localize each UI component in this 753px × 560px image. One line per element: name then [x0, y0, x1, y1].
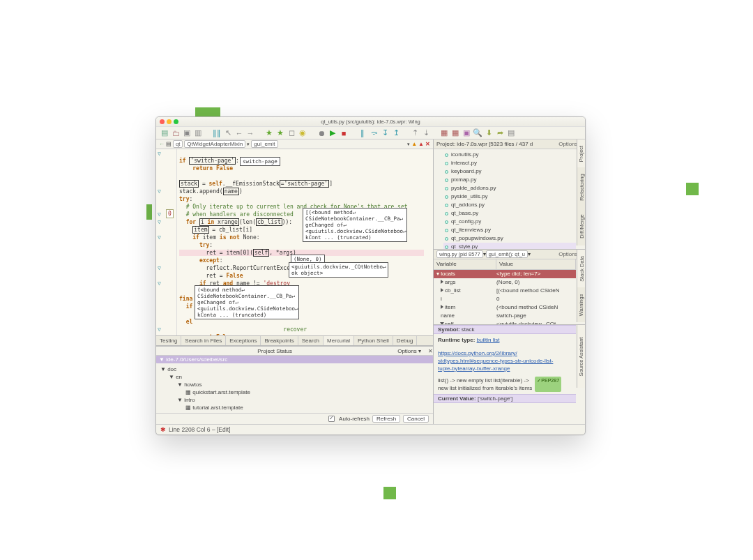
vtab-diffmerge[interactable]: Diff/Merge	[577, 206, 586, 245]
hover-box-cblist: [(<bound method↵CSideNotebookContainer._…	[303, 208, 407, 242]
framedn-icon[interactable]: ⇣	[422, 129, 430, 137]
back-icon[interactable]: ←	[235, 129, 243, 137]
minimize-icon[interactable]	[167, 119, 172, 124]
close-editor-icon[interactable]: ✕	[425, 141, 430, 147]
run-icon[interactable]: ▶	[328, 129, 337, 137]
bars-icon[interactable]: ‖‖	[213, 129, 221, 137]
back-arrow-icon[interactable]: ←	[159, 141, 165, 147]
project-file-tree[interactable]: iconutils.py interact.py keyboard.py pix…	[434, 149, 576, 249]
crumb-file[interactable]: qt	[173, 140, 183, 148]
proj-status-title: Project Status	[156, 348, 393, 354]
refresh-button[interactable]: Refresh	[372, 415, 400, 423]
project-root-row[interactable]: ▼ ide-7.0/Users/sdeibel/src	[156, 356, 433, 363]
vtab-warnings[interactable]: Warnings	[577, 287, 586, 322]
zero-marker: 0	[166, 209, 174, 218]
err-icon[interactable]: ▲	[418, 141, 424, 147]
tab-breakpoints[interactable]: Breakpoints	[261, 336, 298, 345]
bug-icon[interactable]: ✱	[160, 426, 166, 433]
code-editor[interactable]: ▽ ▽ ▽ 0 ▽ ▽ ▽ ▽ ▽ if 'switch-page': retu…	[156, 149, 433, 335]
tab-exceptions[interactable]: Exceptions	[226, 336, 261, 345]
tab-testing[interactable]: Testing	[156, 336, 181, 345]
sa-runtime-type-link[interactable]: builtin list	[477, 337, 500, 343]
crumb-class[interactable]: QtWidgetAdapterMixin	[184, 140, 245, 148]
grid1-icon[interactable]: ▦	[440, 129, 448, 137]
pointer-icon[interactable]: ↖	[224, 129, 232, 137]
filter-icon[interactable]: ▤	[507, 129, 515, 137]
tab-search[interactable]: Search	[298, 336, 324, 345]
saveall-icon[interactable]: ▥	[194, 129, 202, 137]
search-icon[interactable]: 🔍	[473, 129, 482, 137]
auto-refresh-checkbox[interactable]	[328, 416, 335, 422]
vtab-refactoring[interactable]: Refactoring	[577, 167, 586, 206]
project-footer: Auto-refresh Refresh Cancel	[156, 413, 433, 424]
grid2-icon[interactable]: ▦	[451, 129, 459, 137]
vtab-sourceassistant[interactable]: Source Assistant	[577, 325, 586, 388]
window-title: qt_utils.py (src/guiutils): ide-7.0s.wpr…	[321, 119, 420, 125]
stack-variables[interactable]: VariableValue ▾ locals<type dict; len=7>…	[434, 259, 576, 324]
bottom-tabs: Testing Search in Files Exceptions Break…	[156, 335, 433, 346]
stack-crumb-fn[interactable]: gui_emit(): qt_u	[486, 250, 528, 258]
tab-pyshell[interactable]: Python Shell	[354, 336, 393, 345]
hover-box-notebo: <guiutils.dockview._CQtNotebo↵ok object>	[289, 262, 388, 278]
auto-refresh-label: Auto-refresh	[339, 416, 370, 422]
zoom-icon[interactable]	[174, 119, 178, 124]
stack-crumb-file[interactable]: wing.py (pid 8577	[436, 250, 483, 258]
sa-symbol-row: Symbol: stack	[434, 325, 576, 334]
proj-options[interactable]: Options ▾	[393, 348, 425, 354]
decor-block-3	[146, 204, 152, 220]
stop-icon[interactable]: ◻	[287, 129, 296, 137]
rec-icon[interactable]: ⏺	[317, 129, 326, 137]
down-icon[interactable]: ⬇	[485, 129, 493, 137]
cancel-button[interactable]: Cancel	[403, 415, 429, 423]
open-icon[interactable]: 🗀	[172, 129, 180, 137]
project-header-title: Project: ide-7.0s.wpr [5323 files / 437 …	[436, 141, 533, 147]
tab-mercurial[interactable]: Mercurial	[324, 336, 354, 345]
gutter[interactable]: ▽ ▽ ▽ 0 ▽ ▽ ▽ ▽ ▽	[156, 149, 177, 335]
sa-doc-text: list() -> new empty list list(iterable) …	[438, 377, 532, 392]
frameup-icon[interactable]: ⇡	[411, 129, 419, 137]
decor-block-4	[383, 487, 396, 499]
close-icon[interactable]	[160, 119, 165, 124]
sa-currentvalue-row: Current Value: ['switch-page']	[434, 394, 576, 403]
new-icon[interactable]: ▤	[160, 129, 169, 137]
hover-box-switchpage: switch-page	[240, 157, 280, 166]
hover-box-item: (<bound method↵CSideNotebookContainer.__…	[195, 285, 299, 319]
editor-crumbbar: ← ▤ qt QtWidgetAdapterMixin ▾ gui_emit ▾…	[156, 139, 433, 149]
status-bar: ✱ Line 2208 Col 6 – [Edit]	[156, 424, 585, 434]
close-panel-icon[interactable]: ✕	[428, 348, 433, 354]
pep-badge: ✓PEP287	[535, 377, 561, 392]
star-icon[interactable]: ★	[265, 129, 273, 137]
project-tree[interactable]: ▼ doc ▼ en ▼ howtos ▦ quickstart.arst.te…	[156, 363, 433, 413]
stop2-icon[interactable]: ■	[340, 129, 348, 137]
crumb-icon: ▤	[166, 141, 172, 147]
star2-icon[interactable]: ★	[276, 129, 284, 137]
vtab-stackdata[interactable]: Stack Data	[577, 250, 586, 287]
save-icon[interactable]: ▣	[183, 129, 191, 137]
fwd2-icon[interactable]: ➦	[496, 129, 504, 137]
warn-icon[interactable]: ▲	[411, 141, 417, 147]
fwd-icon[interactable]: →	[246, 129, 254, 137]
stepover-icon[interactable]: ⤼	[370, 129, 378, 137]
tab-searchfiles[interactable]: Search in Files	[181, 336, 226, 345]
term-icon[interactable]: ▣	[462, 129, 471, 137]
traffic-lights[interactable]	[160, 119, 178, 124]
pause-icon[interactable]: ‖	[358, 129, 367, 137]
stepin-icon[interactable]: ↧	[381, 129, 389, 137]
title-bar[interactable]: qt_utils.py (src/guiutils): ide-7.0s.wpr…	[156, 117, 585, 127]
sa-docs-link[interactable]: https://docs.python.org/2/library/stdtyp…	[438, 350, 553, 372]
vtab-project[interactable]: Project	[577, 139, 586, 167]
stepout-icon[interactable]: ↥	[392, 129, 400, 137]
tab-debug[interactable]: Debug	[393, 336, 418, 345]
crumb-func[interactable]: gui_emit	[251, 140, 277, 148]
decor-block-2	[686, 183, 699, 195]
status-line-text: Line 2208 Col 6 – [Edit]	[169, 426, 230, 433]
main-toolbar: ▤ 🗀 ▣ ▥ ‖‖ ↖ ← → ★ ★ ◻ ◉ ⏺ ▶ ■ ‖ ⤼ ↧ ↥ ⇡…	[156, 127, 585, 139]
app-window: qt_utils.py (src/guiutils): ide-7.0s.wpr…	[155, 116, 586, 435]
bp-icon[interactable]: ◉	[298, 129, 307, 137]
